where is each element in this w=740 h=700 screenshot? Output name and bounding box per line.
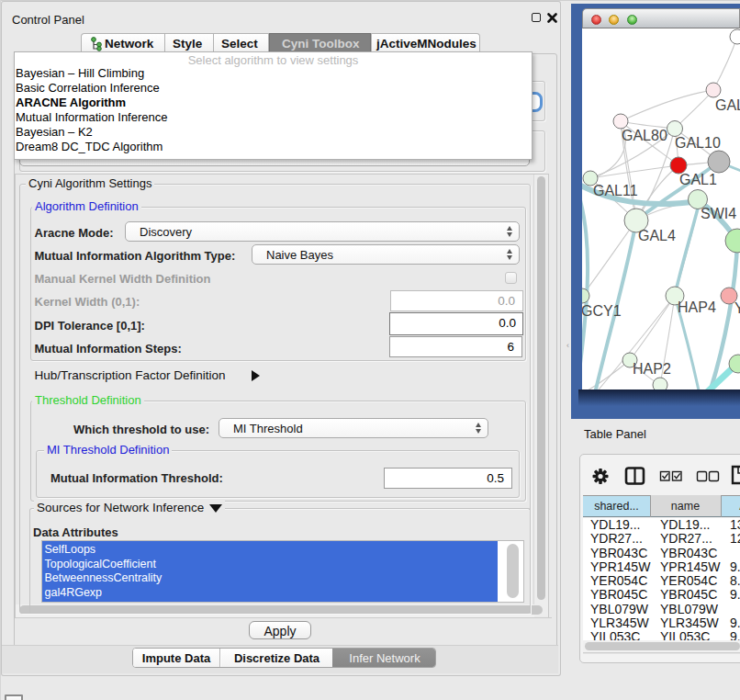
svg-text:GAL10: GAL10 — [675, 135, 721, 151]
svg-text:GAL80: GAL80 — [622, 128, 667, 143]
svg-text:HAP4: HAP4 — [678, 299, 716, 315]
svg-text:GAL1: GAL1 — [679, 172, 717, 187]
svg-text:GAL11: GAL11 — [593, 183, 638, 198]
svg-text:GAL4: GAL4 — [638, 228, 676, 243]
svg-text:HAP2: HAP2 — [633, 361, 671, 377]
svg-text:SWI4: SWI4 — [701, 206, 736, 221]
svg-text:GAL: GAL — [715, 97, 740, 113]
svg-text:Y: Y — [734, 300, 740, 316]
svg-text:GCY1: GCY1 — [582, 303, 622, 319]
